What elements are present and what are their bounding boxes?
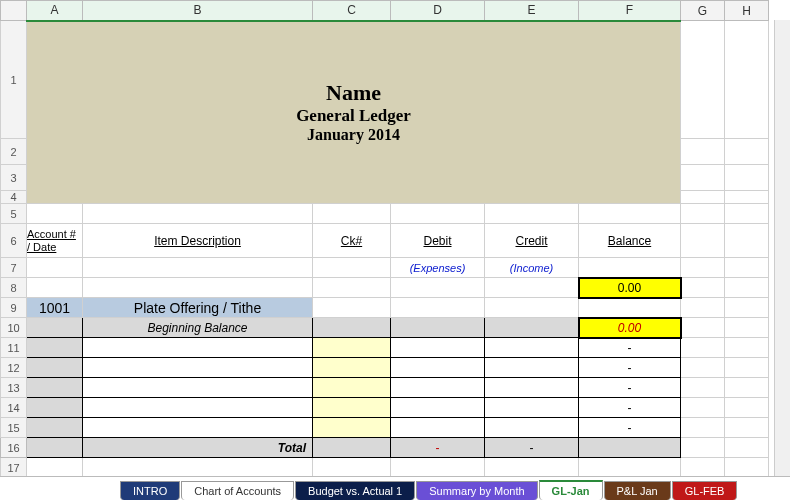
row-head-16[interactable]: 16: [1, 438, 27, 458]
col-A[interactable]: A: [27, 1, 83, 21]
row-head-15[interactable]: 15: [1, 418, 27, 438]
row-head-5[interactable]: 5: [1, 204, 27, 224]
opening-balance[interactable]: 0.00: [579, 278, 681, 298]
col-G[interactable]: G: [681, 1, 725, 21]
row-1[interactable]: 1 Name General Ledger January 2014: [1, 21, 769, 139]
row-head-11[interactable]: 11: [1, 338, 27, 358]
row-head-4[interactable]: 4: [1, 191, 27, 204]
header-credit-sub: (Income): [485, 258, 579, 278]
col-B[interactable]: B: [83, 1, 313, 21]
column-header-row[interactable]: A B C D E F G H: [1, 1, 769, 21]
detail-row-11: 11 -: [1, 338, 769, 358]
col-H[interactable]: H: [725, 1, 769, 21]
row-head-14[interactable]: 14: [1, 398, 27, 418]
select-all-corner[interactable]: [1, 1, 27, 21]
header-balance: Balance: [579, 224, 681, 258]
sheet-tab-p-l-jan[interactable]: P&L Jan: [604, 481, 671, 500]
title-name: Name: [27, 80, 680, 106]
row11-balance: -: [579, 338, 681, 358]
vertical-scrollbar[interactable]: [774, 20, 790, 476]
detail-row-12: 12 -: [1, 358, 769, 378]
row15-balance: -: [579, 418, 681, 438]
row-head-9[interactable]: 9: [1, 298, 27, 318]
title-box: Name General Ledger January 2014: [27, 21, 681, 204]
row-head-10[interactable]: 10: [1, 318, 27, 338]
title-period: January 2014: [27, 126, 680, 144]
row-head-6[interactable]: 6: [1, 224, 27, 258]
beg-balance-label: Beginning Balance: [83, 318, 313, 338]
row-head-17[interactable]: 17: [1, 458, 27, 478]
total-debit: -: [391, 438, 485, 458]
detail-row-14: 14 -: [1, 398, 769, 418]
col-E[interactable]: E: [485, 1, 579, 21]
row12-balance: -: [579, 358, 681, 378]
col-C[interactable]: C: [313, 1, 391, 21]
col-D[interactable]: D: [391, 1, 485, 21]
header-account: Account # / Date: [27, 224, 83, 258]
row-head-2[interactable]: 2: [1, 139, 27, 165]
row-head-3[interactable]: 3: [1, 165, 27, 191]
header-item: Item Description: [83, 224, 313, 258]
row-head-13[interactable]: 13: [1, 378, 27, 398]
spreadsheet-grid[interactable]: A B C D E F G H 1 Name General Ledger Ja…: [0, 0, 769, 500]
beg-balance-value[interactable]: 0.00: [579, 318, 681, 338]
header-credit: Credit: [485, 224, 579, 258]
row-head-12[interactable]: 12: [1, 358, 27, 378]
col-F[interactable]: F: [579, 1, 681, 21]
row13-balance: -: [579, 378, 681, 398]
acct1-name[interactable]: Plate Offering / Tithe: [83, 298, 313, 318]
header-ck: Ck#: [313, 224, 391, 258]
total-row: 16 Total - -: [1, 438, 769, 458]
detail-row-15: 15 -: [1, 418, 769, 438]
header-debit: Debit: [391, 224, 485, 258]
header-debit-sub: (Expenses): [391, 258, 485, 278]
total-credit: -: [485, 438, 579, 458]
sheet-tab-chart-of-accounts[interactable]: Chart of Accounts: [181, 481, 294, 500]
row-head-1[interactable]: 1: [1, 21, 27, 139]
detail-row-13: 13 -: [1, 378, 769, 398]
total-label: Total: [83, 438, 313, 458]
sheet-tab-bar[interactable]: INTROChart of AccountsBudget vs. Actual …: [0, 476, 790, 500]
title-ledger: General Ledger: [27, 106, 680, 126]
sheet-tab-budget-vs-actual-1[interactable]: Budget vs. Actual 1: [295, 481, 415, 500]
row14-balance: -: [579, 398, 681, 418]
row-head-8[interactable]: 8: [1, 278, 27, 298]
sheet-tab-gl-jan[interactable]: GL-Jan: [539, 480, 603, 500]
row-head-7[interactable]: 7: [1, 258, 27, 278]
acct1-num[interactable]: 1001: [27, 298, 83, 318]
sheet-tab-summary-by-month[interactable]: Summary by Month: [416, 481, 537, 500]
sheet-tab-gl-feb[interactable]: GL-FEB: [672, 481, 738, 500]
sheet-tab-intro[interactable]: INTRO: [120, 481, 180, 500]
